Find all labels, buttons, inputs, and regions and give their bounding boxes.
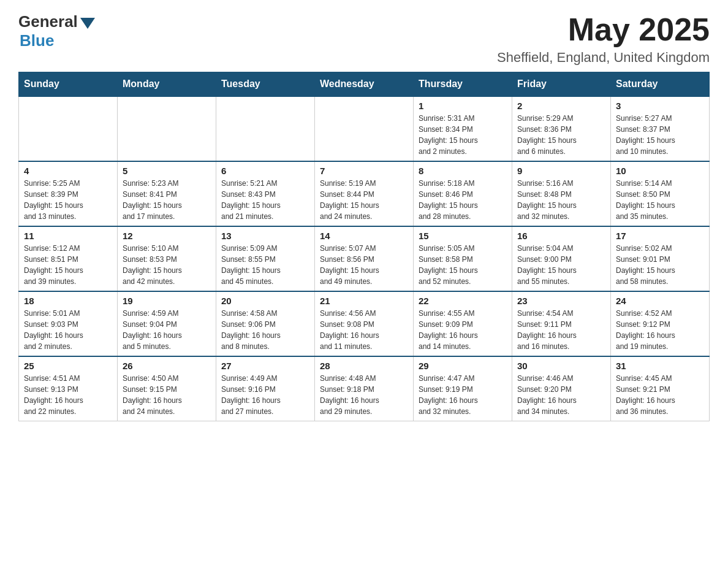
day-number: 2	[517, 101, 605, 111]
day-number: 8	[419, 166, 507, 176]
day-number: 11	[24, 231, 112, 241]
calendar-cell	[216, 96, 315, 161]
week-row-5: 25Sunrise: 4:51 AM Sunset: 9:13 PM Dayli…	[19, 356, 710, 421]
day-info: Sunrise: 5:18 AM Sunset: 8:46 PM Dayligh…	[419, 178, 507, 222]
week-row-3: 11Sunrise: 5:12 AM Sunset: 8:51 PM Dayli…	[19, 226, 710, 291]
day-number: 30	[517, 361, 605, 371]
day-number: 26	[123, 361, 211, 371]
calendar-cell: 7Sunrise: 5:19 AM Sunset: 8:44 PM Daylig…	[315, 161, 414, 226]
day-number: 27	[221, 361, 309, 371]
day-info: Sunrise: 4:50 AM Sunset: 9:15 PM Dayligh…	[123, 373, 211, 417]
day-info: Sunrise: 4:47 AM Sunset: 9:19 PM Dayligh…	[419, 373, 507, 417]
calendar-cell: 14Sunrise: 5:07 AM Sunset: 8:56 PM Dayli…	[315, 226, 414, 291]
day-number: 20	[221, 296, 309, 306]
calendar-cell: 19Sunrise: 4:59 AM Sunset: 9:04 PM Dayli…	[118, 291, 216, 356]
day-number: 29	[419, 361, 507, 371]
calendar-cell: 12Sunrise: 5:10 AM Sunset: 8:53 PM Dayli…	[118, 226, 216, 291]
calendar-cell: 28Sunrise: 4:48 AM Sunset: 9:18 PM Dayli…	[315, 356, 414, 421]
day-info: Sunrise: 5:21 AM Sunset: 8:43 PM Dayligh…	[221, 178, 309, 222]
calendar-cell: 1Sunrise: 5:31 AM Sunset: 8:34 PM Daylig…	[414, 96, 512, 161]
day-number: 21	[320, 296, 408, 306]
calendar-cell: 26Sunrise: 4:50 AM Sunset: 9:15 PM Dayli…	[118, 356, 216, 421]
day-info: Sunrise: 4:46 AM Sunset: 9:20 PM Dayligh…	[517, 373, 605, 417]
day-info: Sunrise: 5:09 AM Sunset: 8:55 PM Dayligh…	[221, 243, 309, 287]
day-info: Sunrise: 5:14 AM Sunset: 8:50 PM Dayligh…	[616, 178, 704, 222]
location-text: Sheffield, England, United Kingdom	[497, 50, 710, 66]
calendar-cell: 18Sunrise: 5:01 AM Sunset: 9:03 PM Dayli…	[19, 291, 118, 356]
day-number: 9	[517, 166, 605, 176]
calendar-cell: 4Sunrise: 5:25 AM Sunset: 8:39 PM Daylig…	[19, 161, 118, 226]
calendar-cell: 17Sunrise: 5:02 AM Sunset: 9:01 PM Dayli…	[611, 226, 710, 291]
day-number: 5	[123, 166, 211, 176]
day-info: Sunrise: 4:45 AM Sunset: 9:21 PM Dayligh…	[616, 373, 704, 417]
week-row-2: 4Sunrise: 5:25 AM Sunset: 8:39 PM Daylig…	[19, 161, 710, 226]
day-number: 23	[517, 296, 605, 306]
day-info: Sunrise: 5:07 AM Sunset: 8:56 PM Dayligh…	[320, 243, 408, 287]
day-info: Sunrise: 5:31 AM Sunset: 8:34 PM Dayligh…	[419, 113, 507, 157]
calendar-cell: 2Sunrise: 5:29 AM Sunset: 8:36 PM Daylig…	[512, 96, 611, 161]
calendar-table: SundayMondayTuesdayWednesdayThursdayFrid…	[18, 72, 710, 421]
day-number: 12	[123, 231, 211, 241]
day-number: 25	[24, 361, 112, 371]
day-info: Sunrise: 5:10 AM Sunset: 8:53 PM Dayligh…	[123, 243, 211, 287]
day-header-monday: Monday	[118, 72, 216, 97]
day-info: Sunrise: 5:16 AM Sunset: 8:48 PM Dayligh…	[517, 178, 605, 222]
day-info: Sunrise: 4:51 AM Sunset: 9:13 PM Dayligh…	[24, 373, 112, 417]
day-number: 3	[616, 101, 704, 111]
day-header-sunday: Sunday	[19, 72, 118, 97]
day-number: 10	[616, 166, 704, 176]
day-info: Sunrise: 5:12 AM Sunset: 8:51 PM Dayligh…	[24, 243, 112, 287]
day-number: 6	[221, 166, 309, 176]
day-info: Sunrise: 4:52 AM Sunset: 9:12 PM Dayligh…	[616, 308, 704, 352]
week-row-1: 1Sunrise: 5:31 AM Sunset: 8:34 PM Daylig…	[19, 96, 710, 161]
day-header-tuesday: Tuesday	[216, 72, 315, 97]
month-title: May 2025	[497, 12, 710, 47]
calendar-cell: 3Sunrise: 5:27 AM Sunset: 8:37 PM Daylig…	[611, 96, 710, 161]
calendar-cell: 9Sunrise: 5:16 AM Sunset: 8:48 PM Daylig…	[512, 161, 611, 226]
day-number: 7	[320, 166, 408, 176]
day-header-saturday: Saturday	[611, 72, 710, 97]
logo-general-text: General	[18, 12, 78, 31]
day-number: 14	[320, 231, 408, 241]
day-number: 22	[419, 296, 507, 306]
calendar-cell: 15Sunrise: 5:05 AM Sunset: 8:58 PM Dayli…	[414, 226, 512, 291]
calendar-cell: 16Sunrise: 5:04 AM Sunset: 9:00 PM Dayli…	[512, 226, 611, 291]
day-info: Sunrise: 5:29 AM Sunset: 8:36 PM Dayligh…	[517, 113, 605, 157]
logo-triangle-icon	[80, 18, 95, 29]
title-section: May 2025 Sheffield, England, United King…	[497, 12, 710, 66]
day-info: Sunrise: 4:49 AM Sunset: 9:16 PM Dayligh…	[221, 373, 309, 417]
calendar-cell: 8Sunrise: 5:18 AM Sunset: 8:46 PM Daylig…	[414, 161, 512, 226]
calendar-cell: 5Sunrise: 5:23 AM Sunset: 8:41 PM Daylig…	[118, 161, 216, 226]
calendar-cell: 6Sunrise: 5:21 AM Sunset: 8:43 PM Daylig…	[216, 161, 315, 226]
day-number: 24	[616, 296, 704, 306]
day-info: Sunrise: 4:55 AM Sunset: 9:09 PM Dayligh…	[419, 308, 507, 352]
day-info: Sunrise: 5:27 AM Sunset: 8:37 PM Dayligh…	[616, 113, 704, 157]
day-info: Sunrise: 5:05 AM Sunset: 8:58 PM Dayligh…	[419, 243, 507, 287]
day-number: 1	[419, 101, 507, 111]
calendar-cell: 29Sunrise: 4:47 AM Sunset: 9:19 PM Dayli…	[414, 356, 512, 421]
day-number: 31	[616, 361, 704, 371]
day-info: Sunrise: 4:54 AM Sunset: 9:11 PM Dayligh…	[517, 308, 605, 352]
day-number: 13	[221, 231, 309, 241]
calendar-cell: 11Sunrise: 5:12 AM Sunset: 8:51 PM Dayli…	[19, 226, 118, 291]
day-number: 18	[24, 296, 112, 306]
calendar-cell: 21Sunrise: 4:56 AM Sunset: 9:08 PM Dayli…	[315, 291, 414, 356]
calendar-cell: 23Sunrise: 4:54 AM Sunset: 9:11 PM Dayli…	[512, 291, 611, 356]
day-info: Sunrise: 4:56 AM Sunset: 9:08 PM Dayligh…	[320, 308, 408, 352]
day-info: Sunrise: 4:58 AM Sunset: 9:06 PM Dayligh…	[221, 308, 309, 352]
calendar-cell	[19, 96, 118, 161]
day-number: 28	[320, 361, 408, 371]
calendar-cell: 22Sunrise: 4:55 AM Sunset: 9:09 PM Dayli…	[414, 291, 512, 356]
calendar-cell: 31Sunrise: 4:45 AM Sunset: 9:21 PM Dayli…	[611, 356, 710, 421]
calendar-cell: 20Sunrise: 4:58 AM Sunset: 9:06 PM Dayli…	[216, 291, 315, 356]
day-info: Sunrise: 5:01 AM Sunset: 9:03 PM Dayligh…	[24, 308, 112, 352]
calendar-cell	[315, 96, 414, 161]
calendar-cell: 10Sunrise: 5:14 AM Sunset: 8:50 PM Dayli…	[611, 161, 710, 226]
calendar-cell: 27Sunrise: 4:49 AM Sunset: 9:16 PM Dayli…	[216, 356, 315, 421]
day-number: 19	[123, 296, 211, 306]
logo-blue-text: Blue	[20, 31, 54, 50]
day-info: Sunrise: 4:59 AM Sunset: 9:04 PM Dayligh…	[123, 308, 211, 352]
day-info: Sunrise: 4:48 AM Sunset: 9:18 PM Dayligh…	[320, 373, 408, 417]
calendar-cell: 30Sunrise: 4:46 AM Sunset: 9:20 PM Dayli…	[512, 356, 611, 421]
calendar-cell: 13Sunrise: 5:09 AM Sunset: 8:55 PM Dayli…	[216, 226, 315, 291]
